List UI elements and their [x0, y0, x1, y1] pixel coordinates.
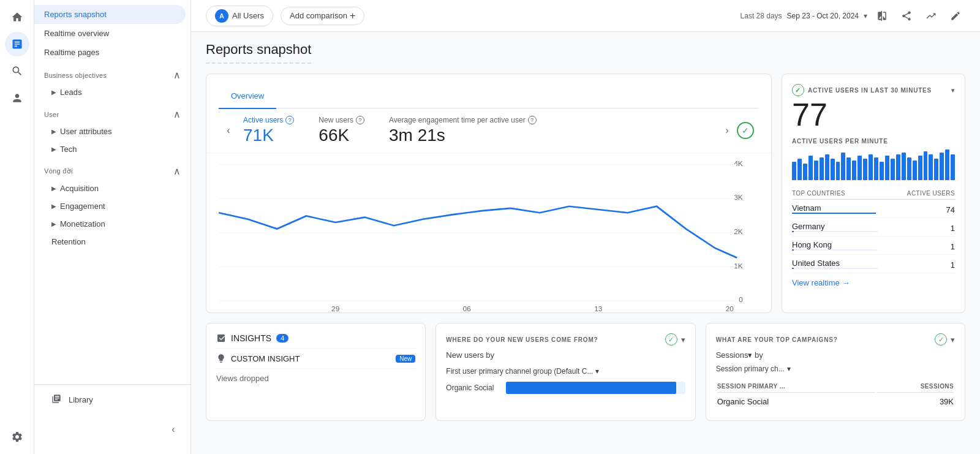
new-users-select-row[interactable]: New users by [446, 350, 685, 360]
mini-bar [874, 157, 878, 181]
country-count: 1 [878, 236, 955, 255]
chevron-up-icon-user[interactable]: ∧ [173, 108, 181, 120]
mini-bar [820, 157, 824, 181]
chevron-up-icon[interactable]: ∧ [173, 69, 181, 81]
view-realtime-link[interactable]: View realtime → [792, 278, 955, 287]
country-bar-row [792, 249, 878, 251]
compare-icon[interactable] [872, 6, 892, 26]
arrow-icon: ▶ [51, 89, 56, 96]
country-count: 1 [878, 255, 955, 273]
mini-bar [792, 162, 796, 180]
campaigns-dropdown-icon[interactable]: ▾ [951, 335, 955, 344]
country-table: TOP COUNTRIES ACTIVE USERS Vietnam 74 Ge… [792, 187, 955, 273]
svg-text:1K: 1K [734, 262, 743, 269]
library-icon [51, 394, 61, 406]
new-users-header: WHERE DO YOUR NEW USERS COME FROM? ✓ ▾ [446, 333, 685, 346]
sidebar-item-reports-snapshot[interactable]: Reports snapshot [34, 5, 186, 24]
sidebar-item-leads[interactable]: ▶ Leads [34, 83, 190, 101]
new-users-card: WHERE DO YOUR NEW USERS COME FROM? ✓ ▾ N… [435, 323, 695, 421]
sidebar-collapse-button[interactable]: ‹ [164, 420, 183, 439]
share-icon[interactable] [897, 6, 916, 26]
sidebar-item-tech[interactable]: ▶ Tech [34, 140, 190, 158]
dropdown-arrow-icon[interactable]: ▾ [864, 12, 867, 20]
chart-prev-button[interactable]: ‹ [219, 121, 238, 140]
audience-nav-icon[interactable] [5, 86, 29, 110]
page-title: Reports snapshot [206, 42, 311, 64]
metric-new-users: New users ? 66K [318, 116, 364, 145]
campaigns-header: WHAT ARE YOUR TOP CAMPAIGNS? ✓ ▾ [716, 333, 955, 346]
session-value: 39K [876, 394, 954, 409]
realtime-title: ✓ ACTIVE USERS IN LAST 30 MINUTES ▾ [792, 84, 955, 96]
arrow-icon: ▶ [51, 146, 56, 153]
chevron-up-icon-vd[interactable]: ∧ [173, 165, 181, 177]
sidebar-item-retention[interactable]: Retention [34, 233, 190, 251]
new-users-select-sub[interactable]: First user primary channel group (Defaul… [446, 367, 685, 376]
country-bar-fill [792, 213, 876, 214]
arrow-icon: ▶ [51, 203, 56, 210]
mini-bar [907, 157, 911, 181]
sidebar-item-label: Realtime pages [44, 48, 99, 57]
sessions-table: SESSION PRIMARY ... SESSIONS Organic Soc… [716, 379, 955, 410]
realtime-dropdown-icon[interactable]: ▾ [951, 87, 955, 94]
table-row: Organic Social 39K [717, 394, 954, 409]
segment-label: All Users [232, 11, 264, 20]
mini-bar [885, 156, 889, 180]
topbar-right: Last 28 days Sep 23 - Oct 20, 2024 ▾ [741, 6, 965, 26]
analytics-nav-icon[interactable] [5, 32, 29, 56]
mini-bar [797, 159, 802, 180]
new-users-check-icon: ✓ [665, 333, 677, 346]
sidebar-item-monetization[interactable]: ▶ Monetization [34, 215, 190, 233]
metric-engagement-time: Average engagement time per active user … [389, 116, 537, 145]
sidebar-item-realtime-pages[interactable]: Realtime pages [34, 43, 186, 62]
sidebar-item-engagement[interactable]: ▶ Engagement [34, 197, 190, 215]
search-nav-icon[interactable] [5, 59, 29, 83]
sessions-select-row[interactable]: Sessions▾ by [716, 350, 955, 360]
table-row: Germany 1 [792, 218, 955, 236]
tab-overview[interactable]: Overview [219, 84, 276, 109]
campaigns-check-icon: ✓ [935, 333, 947, 346]
sidebar-item-library[interactable]: Library [34, 390, 190, 410]
mini-bar [880, 162, 884, 180]
chart-next-button[interactable]: › [717, 121, 737, 140]
info-icon-engagement[interactable]: ? [528, 116, 537, 124]
date-range[interactable]: Sep 23 - Oct 20, 2024 [787, 12, 859, 20]
sidebar: Reports snapshot Realtime overview Realt… [34, 0, 191, 454]
date-range-label: Last 28 days [741, 12, 782, 20]
insights-header-row: INSIGHTS 4 [216, 333, 415, 343]
sessions-header: SESSIONS [876, 380, 954, 393]
home-nav-icon[interactable] [5, 5, 29, 29]
top-countries-header: TOP COUNTRIES [792, 187, 878, 200]
bottom-cards-row: INSIGHTS 4 CUSTOM INSIGHT New Views drop… [206, 323, 965, 421]
table-row: United States 1 [792, 255, 955, 273]
sidebar-item-realtime-overview[interactable]: Realtime overview [34, 24, 186, 43]
sidebar-item-user-attributes[interactable]: ▶ User attributes [34, 123, 190, 140]
insights-label: INSIGHTS [231, 333, 271, 343]
svg-text:0: 0 [739, 297, 743, 303]
sidebar-item-acquisition[interactable]: ▶ Acquisition [34, 180, 190, 197]
custom-insight-label: CUSTOM INSIGHT [231, 354, 300, 363]
mini-bar [825, 154, 829, 181]
main-content: A All Users Add comparison + Last 28 day… [191, 0, 980, 454]
active-users-header: ACTIVE USERS [878, 187, 955, 200]
edit-icon[interactable] [946, 6, 965, 26]
sessions-select-sub[interactable]: Session primary ch... ▾ [716, 365, 955, 373]
info-icon-new[interactable]: ? [356, 116, 364, 124]
add-comparison-button[interactable]: Add comparison + [281, 7, 364, 25]
segment-initial: A [215, 9, 228, 23]
svg-text:Sep: Sep [329, 312, 342, 312]
sidebar-item-label: Reports snapshot [44, 10, 107, 19]
session-label: Organic Social [717, 394, 875, 409]
mini-bar [918, 156, 922, 180]
bar-fill [506, 382, 676, 394]
trend-icon[interactable] [921, 6, 941, 26]
new-users-dropdown-icon[interactable]: ▾ [681, 335, 685, 344]
svg-text:4K: 4K [734, 160, 743, 167]
mini-bar [863, 159, 867, 180]
chart-area: 4K 3K 2K 1K 0 29 [206, 153, 771, 312]
mini-bar [831, 159, 835, 180]
settings-nav-icon[interactable] [5, 425, 29, 449]
segment-chip-all-users[interactable]: A All Users [206, 6, 273, 26]
new-badge: New [396, 355, 415, 363]
info-icon-active[interactable]: ? [285, 116, 294, 124]
mini-bar [924, 151, 928, 181]
